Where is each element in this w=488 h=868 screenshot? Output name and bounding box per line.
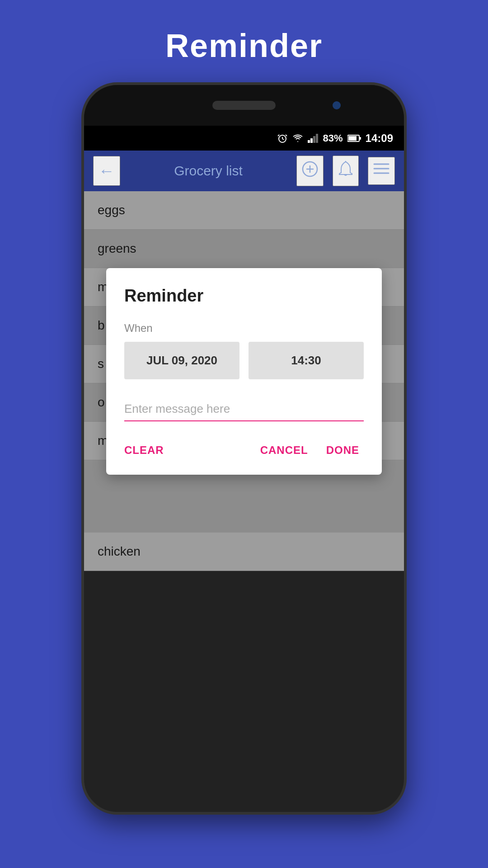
menu-icon [373, 162, 389, 176]
menu-button[interactable] [368, 157, 395, 185]
svg-line-3 [278, 135, 279, 136]
bell-icon [338, 161, 353, 177]
done-button[interactable]: DONE [317, 439, 364, 461]
message-input[interactable] [124, 397, 364, 421]
status-icons: 83% 14:09 [277, 132, 393, 145]
time-picker-button[interactable]: 14:30 [249, 342, 364, 379]
svg-rect-11 [360, 137, 361, 140]
back-button[interactable]: ← [93, 156, 120, 186]
app-bar-title: Grocery list [129, 163, 287, 179]
svg-rect-6 [310, 138, 313, 143]
svg-rect-5 [308, 140, 310, 143]
modal-overlay: Reminder When JUL 09, 2020 14:30 CLEAR C… [84, 191, 404, 571]
phone-frame: 83% 14:09 ← Grocery list [81, 82, 407, 815]
status-time: 14:09 [366, 132, 393, 145]
svg-rect-7 [313, 136, 315, 143]
modal-when-label: When [124, 322, 364, 335]
modal-actions: CLEAR CANCEL DONE [124, 439, 364, 461]
battery-icon [347, 134, 361, 142]
list-area: eggs greens m b s o m chicken Reminder W… [84, 191, 404, 571]
reminder-modal: Reminder When JUL 09, 2020 14:30 CLEAR C… [106, 268, 382, 475]
bell-button[interactable] [333, 156, 359, 186]
wifi-icon [292, 134, 303, 143]
modal-date-row: JUL 09, 2020 14:30 [124, 342, 364, 379]
add-circle-icon [302, 161, 318, 177]
page-title: Reminder [165, 27, 323, 64]
phone-speaker [212, 101, 276, 110]
date-picker-button[interactable]: JUL 09, 2020 [124, 342, 239, 379]
add-button[interactable] [296, 156, 324, 186]
status-bar: 83% 14:09 [84, 126, 404, 151]
svg-rect-8 [316, 134, 318, 143]
svg-line-4 [286, 135, 287, 136]
svg-line-2 [282, 139, 284, 140]
alarm-icon [277, 133, 288, 144]
page-title-area: Reminder [0, 0, 488, 82]
battery-percentage: 83% [323, 132, 343, 144]
cancel-button[interactable]: CANCEL [251, 439, 317, 461]
clear-button[interactable]: CLEAR [124, 439, 169, 461]
modal-title: Reminder [124, 286, 364, 306]
app-bar: ← Grocery list [84, 151, 404, 191]
signal-icon [308, 134, 319, 143]
phone-camera [333, 101, 341, 109]
svg-rect-10 [348, 136, 357, 141]
phone-top-bezel [84, 85, 404, 126]
